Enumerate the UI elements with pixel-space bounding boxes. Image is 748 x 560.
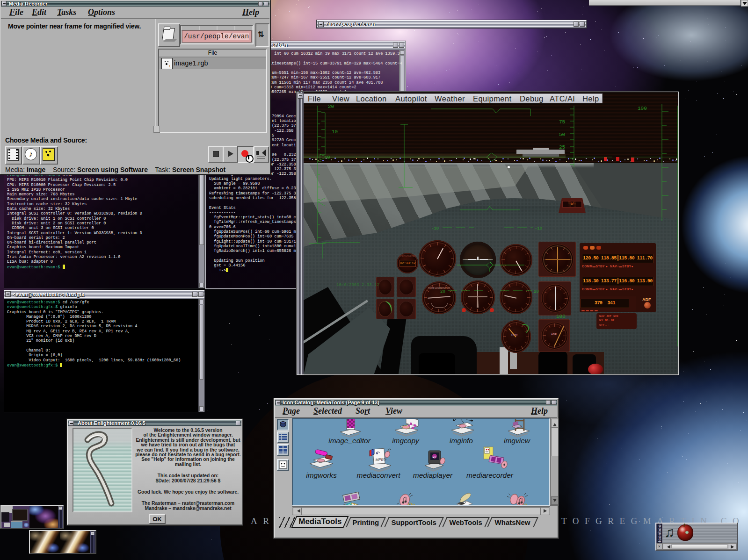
svg-text:●×: ●× [432, 455, 436, 459]
svg-text:10/6/2003 2:33:12: 10/6/2003 2:33:12 [336, 283, 379, 287]
svg-text:75: 75 [559, 119, 565, 125]
svg-text:MPEG: MPEG [375, 457, 386, 462]
svg-text:0: 0 [327, 155, 330, 160]
svg-text:10: 10 [332, 129, 338, 135]
svg-text:25: 25 [559, 144, 565, 150]
svg-text:-10: -10 [431, 226, 439, 231]
svg-text:-10: -10 [535, 226, 542, 231]
svg-text:20: 20 [328, 104, 334, 109]
svg-text:100: 100 [638, 106, 647, 111]
svg-text:20: 20 [440, 289, 445, 294]
svg-text:100: 100 [556, 314, 566, 319]
svg-text:50: 50 [559, 132, 565, 137]
svg-text:20: 20 [534, 289, 539, 294]
